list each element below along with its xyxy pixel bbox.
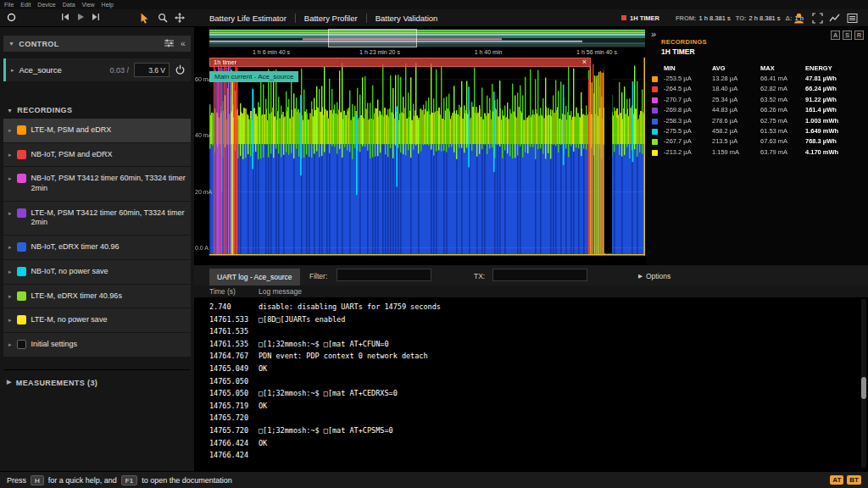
- stat-avg: 278.6 µA: [712, 117, 737, 125]
- recording-item[interactable]: ▸ LTE-M, PSM T3412 timer 60min, T3324 ti…: [3, 202, 191, 236]
- menu-item[interactable]: Edit: [20, 2, 31, 8]
- timer-selection-band[interactable]: 1h timer ×: [209, 58, 591, 67]
- filter-input[interactable]: [337, 269, 431, 281]
- cursor-tool-button[interactable]: [140, 13, 149, 24]
- tab-battery-profiler[interactable]: Battery Profiler: [304, 14, 358, 23]
- recordings-section-header[interactable]: ▼ RECORDINGS: [3, 103, 191, 117]
- step-forward-button[interactable]: [92, 13, 100, 21]
- log-row: 14761.535 □[1;32mmosh:~$ □[mat AT+CFUN=0: [194, 340, 860, 352]
- log-message: OK: [259, 364, 267, 373]
- a-button[interactable]: A: [831, 30, 840, 40]
- tx-input[interactable]: [492, 269, 587, 281]
- col-time: Time (s): [209, 287, 236, 296]
- options-label: Options: [646, 272, 670, 280]
- recording-label: NB-IoT, no power save: [31, 267, 108, 277]
- menu-item[interactable]: Data: [63, 2, 75, 8]
- recording-item[interactable]: ▸ NB-IoT, eDRX timer 40.96: [3, 236, 191, 260]
- at-badge[interactable]: AT: [830, 475, 843, 485]
- recording-item[interactable]: ▸ LTE-M, eDRX timer 40.96s: [3, 285, 191, 309]
- to-label: TO:: [736, 14, 747, 22]
- tab-battery-life-estimator[interactable]: Battery Life Estimator: [209, 14, 287, 23]
- voltage-input[interactable]: 3.6 V: [134, 63, 170, 77]
- expand-panel-icon[interactable]: »: [651, 29, 656, 39]
- recording-item[interactable]: ▸ NB-IoT, PSM T3412 timer 60min, T3324 t…: [3, 167, 191, 201]
- expand-arrow-icon[interactable]: ▸: [8, 127, 12, 134]
- recording-item[interactable]: ▸ NB-IoT, PSM and eDRX: [3, 143, 191, 168]
- recording-label: LTE-M, eDRX timer 40.96s: [31, 291, 122, 302]
- measurements-section-header[interactable]: ▶ MEASUREMENTS (3): [3, 369, 191, 387]
- stat-min: -213.2 µA: [664, 148, 692, 156]
- expand-arrow-icon[interactable]: ▸: [8, 210, 12, 217]
- expand-arrow-icon[interactable]: ▸: [8, 341, 12, 348]
- bt-badge[interactable]: BT: [847, 475, 861, 485]
- expand-arrow-icon[interactable]: ▸: [11, 67, 14, 74]
- log-rows: 2.740 disable: disabling UARTs for 14759…: [194, 297, 860, 471]
- recording-item[interactable]: ▸ NB-IoT, no power save: [3, 260, 191, 285]
- expand-arrow-icon[interactable]: ▸: [8, 317, 12, 324]
- expand-arrow-icon[interactable]: ▸: [8, 175, 12, 182]
- recording-item[interactable]: ▸ LTE-M, PSM and eDRX: [3, 119, 191, 143]
- recordings-list: ▸ LTE-M, PSM and eDRX ▸ NB-IoT, PSM and …: [3, 119, 191, 358]
- to-value: 2 h 8.381 s: [748, 14, 780, 22]
- stat-energy: 4.170 mWh: [805, 148, 838, 156]
- timer-indicator: 1H TIMER: [621, 9, 659, 26]
- select-region-icon[interactable]: [812, 13, 823, 24]
- stat-max: 67.63 mA: [760, 137, 787, 145]
- stat-max: 63.52 mA: [760, 96, 787, 103]
- menu-item[interactable]: View: [82, 2, 95, 8]
- step-back-button[interactable]: [61, 13, 70, 21]
- recording-label: LTE-M, PSM T3412 timer 60min, T3324 time…: [31, 208, 186, 228]
- options-toggle[interactable]: ▶ Options: [638, 272, 670, 280]
- measurements-title: MEASUREMENTS (3): [16, 379, 97, 387]
- recording-item[interactable]: ▸ Initial settings: [3, 333, 191, 358]
- recording-item[interactable]: ▸ LTE-M, no power save: [3, 308, 191, 333]
- close-icon[interactable]: ×: [582, 58, 587, 66]
- zoom-tool-button[interactable]: [158, 13, 168, 23]
- stats-column-headers: MIN AVG MAX ENERGY: [646, 64, 868, 75]
- menu-item[interactable]: Help: [102, 2, 114, 8]
- stat-min: -267.7 µA: [664, 137, 692, 145]
- control-section-header[interactable]: ▼ CONTROL «: [3, 36, 191, 52]
- stat-min: -258.3 µA: [664, 117, 692, 125]
- recording-color-swatch: [17, 242, 26, 252]
- tab-battery-validation[interactable]: Battery Validation: [376, 14, 438, 23]
- time-tick: 1 h 6 min 40 s: [253, 49, 290, 55]
- overview-strip[interactable]: [209, 29, 645, 47]
- y-tick: 0.0 A: [195, 245, 209, 251]
- record-button[interactable]: [7, 13, 16, 22]
- from-value: 1 h 8.381 s: [699, 14, 731, 22]
- expand-arrow-icon[interactable]: ▸: [8, 244, 12, 251]
- r-button[interactable]: R: [854, 30, 864, 40]
- selection-range-info: FROM: 1 h 8.381 s TO: 2 h 8.381 s Δ: 1 h: [670, 9, 804, 26]
- view-tabs: Battery Life Estimator Battery Profiler …: [209, 9, 437, 26]
- log-time: 14765.049: [209, 364, 248, 373]
- stat-avg: 213.5 µA: [712, 137, 737, 145]
- collapse-sidebar-icon[interactable]: «: [181, 39, 186, 48]
- chart-area: 1 h 6 min 40 s 1 h 23 min 20 s 1 h 40 mi…: [194, 27, 646, 265]
- sliders-icon[interactable]: [164, 39, 175, 49]
- scrollbar-thumb[interactable]: [861, 377, 866, 399]
- s-button[interactable]: S: [843, 30, 852, 40]
- tab-uart-log[interactable]: UART log - Ace_source: [209, 269, 300, 286]
- pan-tool-button[interactable]: [175, 13, 185, 23]
- recording-color-swatch: [17, 125, 26, 135]
- expand-arrow-icon[interactable]: ▸: [8, 152, 12, 158]
- recording-label: NB-IoT, PSM and eDRX: [31, 150, 113, 160]
- stat-energy: 1.003 mWh: [805, 117, 838, 125]
- menu-item[interactable]: File: [4, 2, 14, 8]
- chart-view-icon[interactable]: [829, 13, 840, 24]
- main-chart-canvas[interactable]: [209, 58, 645, 260]
- user-icon[interactable]: [793, 13, 804, 24]
- list-view-icon[interactable]: [847, 13, 858, 24]
- source-control-row[interactable]: ▸ Ace_source 0.03 / 3.6 V: [3, 58, 191, 81]
- series-color-swatch: [652, 150, 658, 156]
- section-open-icon: ▼: [7, 108, 13, 114]
- expand-arrow-icon[interactable]: ▸: [8, 293, 12, 300]
- play-button[interactable]: [76, 13, 85, 21]
- menu-item[interactable]: Device: [37, 2, 55, 8]
- scrollbar[interactable]: [861, 299, 866, 468]
- timer-color-square: [621, 15, 626, 20]
- power-button[interactable]: [175, 64, 186, 75]
- expand-arrow-icon[interactable]: ▸: [8, 269, 12, 275]
- stat-energy: 47.81 µWh: [805, 75, 837, 82]
